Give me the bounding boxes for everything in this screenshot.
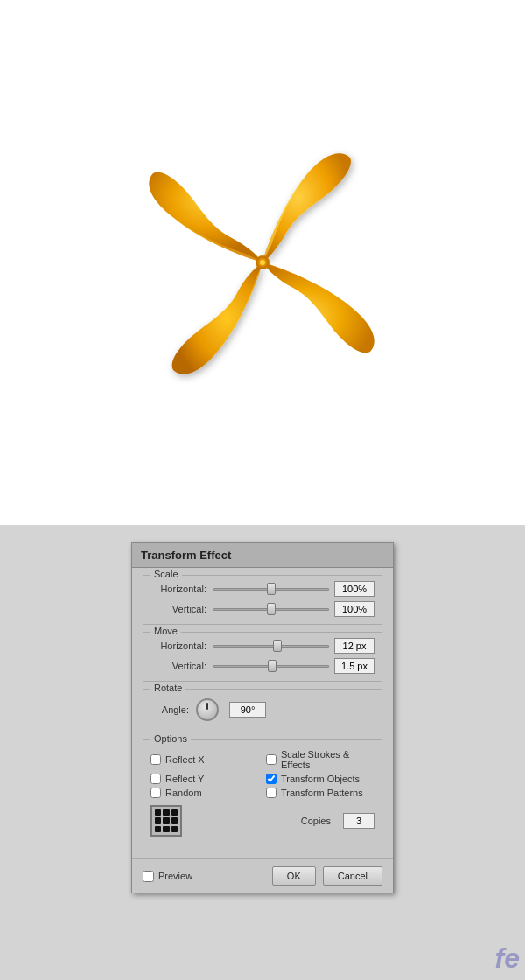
ok-button[interactable]: OK — [272, 866, 316, 886]
scale-vertical-thumb[interactable] — [267, 603, 276, 615]
move-horizontal-input[interactable] — [334, 638, 374, 654]
move-horizontal-track — [214, 645, 329, 648]
preview-checkbox[interactable] — [143, 871, 154, 882]
move-label: Move — [150, 626, 181, 636]
options-label: Options — [150, 733, 191, 744]
pinwheel-image — [131, 131, 394, 394]
move-vertical-track — [214, 665, 329, 668]
transform-patterns-label[interactable]: Transform Patterns — [281, 788, 363, 798]
move-vertical-thumb[interactable] — [268, 660, 276, 672]
angle-label: Angle: — [150, 704, 196, 715]
scale-label: Scale — [150, 569, 182, 579]
canvas-area — [0, 0, 525, 525]
grid-cell-7 — [155, 826, 161, 832]
options-grid: Reflect X Scale Strokes & Effects Reflec… — [150, 749, 374, 798]
footer-buttons: OK Cancel — [272, 866, 382, 886]
move-horizontal-row: Horizontal: — [150, 638, 374, 654]
grid-cell-3 — [172, 809, 178, 816]
transform-patterns-row: Transform Patterns — [266, 788, 374, 798]
scale-horizontal-thumb[interactable] — [267, 583, 276, 595]
scale-strokes-row: Scale Strokes & Effects — [266, 749, 374, 770]
svg-point-2 — [260, 260, 265, 265]
rotate-section: Rotate Angle: — [143, 689, 382, 732]
grid-cell-4 — [155, 817, 161, 823]
transform-patterns-checkbox[interactable] — [266, 788, 276, 798]
copies-label: Copies — [301, 816, 331, 826]
preview-label[interactable]: Preview — [158, 871, 192, 881]
reflect-x-label[interactable]: Reflect X — [165, 754, 205, 765]
rotate-label: Rotate — [150, 682, 186, 693]
angle-input[interactable] — [229, 702, 266, 718]
reflect-x-checkbox[interactable] — [150, 754, 161, 765]
copies-input[interactable] — [343, 813, 374, 829]
move-vertical-input[interactable] — [334, 658, 374, 674]
options-section: Options Reflect X Scale Strokes & Effect… — [143, 739, 382, 844]
scale-horizontal-input[interactable] — [334, 581, 374, 597]
move-vertical-row: Vertical: — [150, 658, 374, 674]
scale-section: Scale Horizontal: Vertical: — [143, 575, 382, 625]
scale-horizontal-label: Horizontal: — [150, 584, 214, 594]
angle-dial[interactable] — [196, 698, 219, 721]
grid-icon[interactable] — [150, 805, 182, 836]
grid-cell-6 — [172, 817, 178, 823]
transform-objects-label[interactable]: Transform Objects — [281, 774, 360, 784]
scale-vertical-slider[interactable] — [214, 603, 329, 615]
bottom-panel: Transform Effect Scale Horizontal: Verti… — [0, 525, 525, 980]
scale-strokes-label[interactable]: Scale Strokes & Effects — [281, 749, 374, 770]
scale-strokes-checkbox[interactable] — [266, 754, 276, 765]
scale-vertical-row: Vertical: — [150, 601, 374, 617]
random-row: Random — [150, 788, 259, 798]
angle-row: Angle: — [150, 695, 374, 724]
copies-row: Copies — [150, 805, 374, 836]
grid-cell-1 — [155, 809, 161, 816]
transform-objects-checkbox[interactable] — [266, 774, 276, 784]
move-horizontal-label: Horizontal: — [150, 640, 214, 651]
grid-cell-5 — [163, 817, 169, 823]
scale-horizontal-track — [214, 588, 329, 591]
grid-cell-2 — [163, 809, 169, 816]
grid-cell-9 — [172, 826, 178, 832]
reflect-x-row: Reflect X — [150, 749, 259, 770]
scale-vertical-label: Vertical: — [150, 604, 214, 614]
cancel-button[interactable]: Cancel — [323, 866, 382, 886]
transform-effect-dialog: Transform Effect Scale Horizontal: Verti… — [131, 542, 394, 893]
move-vertical-slider[interactable] — [214, 660, 329, 672]
scale-horizontal-row: Horizontal: — [150, 581, 374, 597]
scale-horizontal-slider[interactable] — [214, 583, 329, 595]
dialog-footer: Preview OK Cancel — [132, 858, 393, 892]
watermark: fe — [495, 942, 520, 975]
scale-vertical-track — [214, 608, 329, 611]
move-horizontal-thumb[interactable] — [273, 640, 282, 652]
reflect-y-label[interactable]: Reflect Y — [165, 774, 204, 784]
reflect-y-row: Reflect Y — [150, 774, 259, 784]
move-horizontal-slider[interactable] — [214, 640, 329, 652]
scale-vertical-input[interactable] — [334, 601, 374, 617]
dialog-body: Scale Horizontal: Vertical: — [132, 568, 393, 858]
move-vertical-label: Vertical: — [150, 661, 214, 671]
reflect-y-checkbox[interactable] — [150, 774, 161, 784]
dialog-title: Transform Effect — [132, 543, 393, 568]
random-checkbox[interactable] — [150, 788, 161, 798]
random-label[interactable]: Random — [165, 788, 202, 798]
transform-objects-row: Transform Objects — [266, 774, 374, 784]
preview-row: Preview — [143, 871, 192, 882]
grid-cell-8 — [163, 826, 169, 832]
move-section: Move Horizontal: Vertical: — [143, 632, 382, 682]
